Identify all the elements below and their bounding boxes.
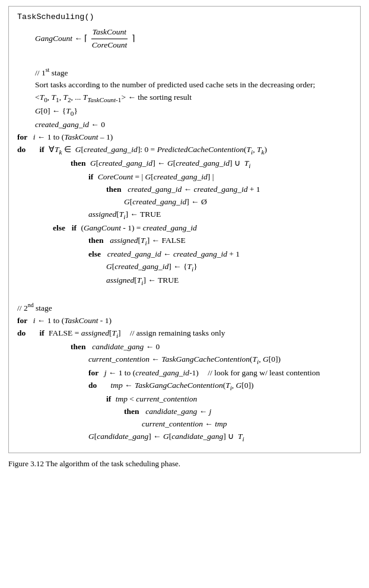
algo-body: GangCount ← ⌈ TaskCount CoreCount ⌉ // 1… [17, 26, 352, 444]
line-current-contention-tmp: current_contention ← tmp [142, 418, 352, 431]
fraction-denominator: CoreCount [91, 39, 129, 52]
line-g0: G[0] ← {T0} [35, 105, 352, 119]
line-then-candidate-j: then candidate_gang ← j [124, 406, 352, 418]
line-g-emptyset: G[created_gang_id] ← Ø [124, 196, 352, 208]
line-do-if: do if ∀Tk ∈ G[created_gang_id]: 0 = Pred… [17, 144, 352, 157]
line-if-corecount: if CoreCount = | G[created_gang_id] | [88, 171, 352, 184]
algo-title: TaskScheduling() [17, 12, 352, 21]
line-else-increment: else created_gang_id ← created_gang_id +… [88, 248, 352, 261]
line-for2: for i ← 1 to (TaskCount - 1) [17, 315, 352, 327]
line-assigned-true1: assigned[Ti] ← TRUE [88, 208, 352, 222]
line-then1: then G[created_gang_id] ← G[created_gang… [71, 157, 352, 171]
line-for1: for i ← 1 to (TaskCount – 1) [17, 131, 352, 144]
line-gangcount: GangCount ← ⌈ TaskCount CoreCount ⌉ [35, 26, 352, 52]
algorithm-box: TaskScheduling() GangCount ← ⌈ TaskCount… [8, 6, 361, 453]
line-g-ti: G[created_gang_id] ← {Ti} [106, 261, 352, 274]
fraction-numerator: TaskCount [91, 26, 128, 39]
line-for3: for j ← 1 to (created_gang_id-1) // look… [88, 367, 352, 380]
figure-caption: Figure 3.12 The algorithm of the task sc… [8, 459, 361, 469]
line-current-contention: current_contention ← TaskGangCacheConten… [88, 353, 352, 367]
line-then-assigned-false: then assigned[Ti] ← FALSE [88, 235, 352, 248]
comment-stage2: // 2nd stage [17, 301, 352, 314]
line-else-if: else if (GangCount - 1) = created_gang_i… [53, 222, 352, 235]
line-do-tmp: do tmp ← TaskGangCacheContention(Ti, G[0… [88, 380, 352, 393]
line-created-gang-id-init: created_gang_id ← 0 [35, 119, 352, 131]
line-if-tmp: if tmp < current_contention [106, 393, 352, 406]
line-sort: Sort tasks according to the number of pr… [35, 79, 352, 91]
fraction-taskcorecount: TaskCount CoreCount [91, 26, 129, 52]
line-do-if2: do if FALSE = assigned[Ti] // assign rem… [17, 327, 352, 341]
comment-stage1: // 1st stage [35, 65, 352, 79]
line-assigned-true2: assigned[Ti] ← TRUE [106, 274, 352, 288]
line-then-increment: then created_gang_id ← created_gang_id +… [106, 184, 352, 196]
line-sorting-result: <T0, T1, T2, ... TTaskCount-1> ← the sor… [35, 91, 352, 105]
line-g-candidate: G[candidate_gang] ← G[candidate_gang] ∪ … [88, 431, 352, 444]
comment-assign-remaining: // assign remaining tasks only [130, 328, 225, 337]
line-candidate-gang-init: then candidate_gang ← 0 [71, 341, 352, 353]
